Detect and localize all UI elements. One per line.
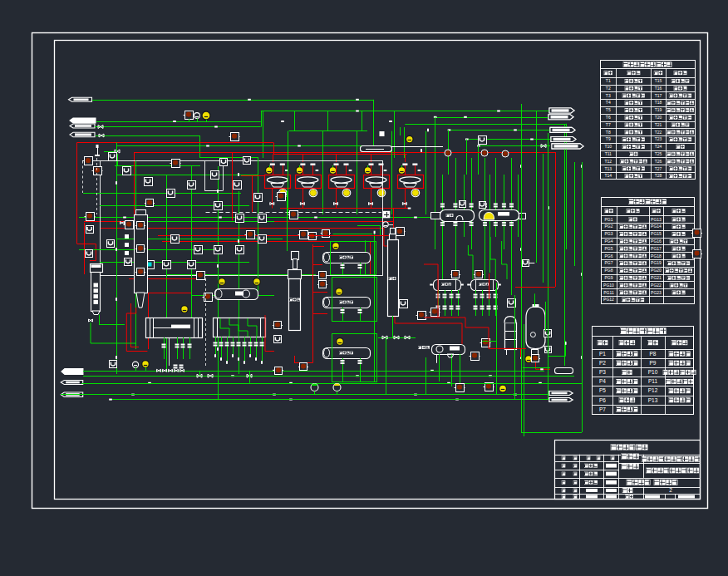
svg-text:PG17: PG17 bbox=[651, 246, 662, 251]
svg-text:PG2: PG2 bbox=[604, 224, 612, 229]
svg-text:PG1: PG1 bbox=[604, 217, 612, 222]
svg-text:PG4: PG4 bbox=[604, 239, 612, 244]
svg-text:P3: P3 bbox=[599, 369, 606, 375]
svg-text:PG8: PG8 bbox=[604, 268, 612, 273]
svg-text:T1: T1 bbox=[606, 78, 611, 83]
svg-text:T22: T22 bbox=[655, 130, 662, 135]
svg-text:PG15: PG15 bbox=[651, 231, 662, 236]
svg-text:P9: P9 bbox=[650, 360, 657, 366]
svg-text:P13: P13 bbox=[648, 397, 658, 403]
svg-text:PG13: PG13 bbox=[651, 217, 662, 222]
svg-text:P1: P1 bbox=[599, 351, 606, 357]
svg-text:T6: T6 bbox=[606, 115, 611, 120]
svg-text:P7: P7 bbox=[599, 406, 606, 412]
svg-text:P8: P8 bbox=[650, 351, 657, 357]
svg-text:T5: T5 bbox=[606, 107, 611, 112]
svg-text:PG10: PG10 bbox=[603, 283, 614, 288]
svg-text:P2: P2 bbox=[599, 360, 606, 366]
svg-text:T26: T26 bbox=[655, 159, 662, 164]
svg-text:PG23: PG23 bbox=[651, 290, 662, 295]
svg-text:T19: T19 bbox=[655, 107, 662, 112]
svg-text:T8: T8 bbox=[606, 130, 611, 135]
svg-text:T21: T21 bbox=[655, 122, 662, 127]
svg-text:PG12: PG12 bbox=[603, 297, 614, 302]
svg-text:PG18: PG18 bbox=[651, 254, 662, 258]
svg-text:PG22: PG22 bbox=[651, 283, 662, 288]
svg-text:PG7: PG7 bbox=[604, 260, 612, 265]
svg-text:T13: T13 bbox=[604, 166, 612, 171]
svg-text:PG5: PG5 bbox=[604, 246, 612, 251]
svg-text:T24: T24 bbox=[655, 144, 662, 149]
svg-text:PG20: PG20 bbox=[651, 268, 662, 273]
svg-text:P11: P11 bbox=[648, 378, 657, 384]
svg-text:PG19: PG19 bbox=[651, 260, 662, 265]
svg-text:T9: T9 bbox=[606, 136, 611, 141]
svg-text:P4: P4 bbox=[599, 378, 606, 384]
svg-text:T17: T17 bbox=[655, 93, 662, 98]
svg-text:T4: T4 bbox=[606, 100, 611, 105]
svg-text:PG3: PG3 bbox=[604, 231, 612, 236]
svg-text:PG11: PG11 bbox=[603, 290, 614, 295]
svg-text:T3: T3 bbox=[606, 93, 611, 98]
svg-text:P5: P5 bbox=[599, 387, 606, 393]
svg-text:PG14: PG14 bbox=[651, 224, 662, 229]
svg-text:T18: T18 bbox=[655, 100, 662, 105]
svg-text:T28: T28 bbox=[655, 173, 662, 178]
svg-text:PG6: PG6 bbox=[604, 254, 612, 258]
svg-text:T20: T20 bbox=[655, 115, 662, 120]
svg-text:PG21: PG21 bbox=[651, 275, 662, 280]
svg-text:T2: T2 bbox=[606, 86, 611, 91]
svg-text:T14: T14 bbox=[604, 173, 612, 178]
svg-text:P12: P12 bbox=[648, 387, 658, 393]
svg-text:T11: T11 bbox=[605, 151, 612, 156]
svg-text:T23: T23 bbox=[655, 136, 662, 141]
svg-text:2: 2 bbox=[669, 487, 672, 493]
svg-text:T16: T16 bbox=[655, 86, 662, 91]
svg-text:P6: P6 bbox=[599, 397, 606, 403]
svg-text:T15: T15 bbox=[655, 78, 662, 83]
svg-text:PG16: PG16 bbox=[651, 239, 662, 244]
svg-text:P10: P10 bbox=[648, 369, 658, 375]
svg-text:T27: T27 bbox=[655, 166, 662, 171]
svg-text:T25: T25 bbox=[655, 151, 662, 156]
svg-text:T10: T10 bbox=[604, 144, 612, 149]
svg-text:PG9: PG9 bbox=[604, 275, 612, 280]
svg-text:T12: T12 bbox=[604, 159, 612, 164]
svg-text:T7: T7 bbox=[606, 122, 611, 127]
